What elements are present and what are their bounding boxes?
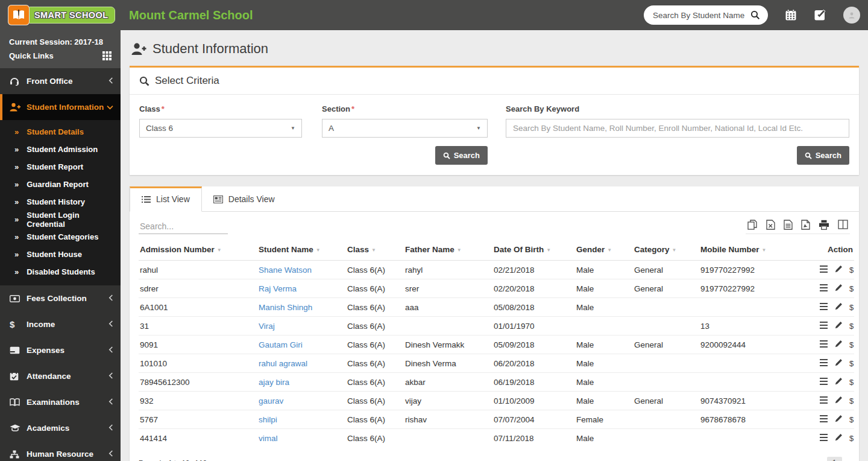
- fees-dollar-icon[interactable]: $: [849, 265, 854, 275]
- csv-icon[interactable]: [784, 220, 793, 230]
- next-page-arrow[interactable]: ›: [848, 459, 850, 461]
- edit-pencil-icon[interactable]: [835, 433, 843, 443]
- sidebar-item-front-office[interactable]: Front Office: [0, 68, 121, 94]
- sidebar-subitem-student-categories[interactable]: »Student Categories: [0, 228, 121, 246]
- sidebar-item-academics[interactable]: Academics: [0, 415, 121, 441]
- row-menu-icon[interactable]: [820, 303, 828, 312]
- fees-dollar-icon[interactable]: $: [849, 322, 854, 331]
- student-name-link[interactable]: Raj Verma: [259, 284, 297, 293]
- edit-pencil-icon[interactable]: [835, 377, 843, 387]
- student-name-cell[interactable]: ajay bira: [257, 373, 346, 392]
- edit-pencil-icon[interactable]: [835, 340, 843, 349]
- excel-icon[interactable]: [766, 220, 775, 230]
- row-menu-icon[interactable]: [820, 396, 828, 405]
- sidebar-subitem-student-history[interactable]: »Student History: [0, 193, 121, 211]
- sidebar-item-human-resource[interactable]: Human Resource: [0, 441, 121, 461]
- prev-page-arrow[interactable]: ‹: [819, 459, 821, 461]
- tab-details-view[interactable]: Details View: [202, 186, 286, 211]
- sidebar-item-student-information[interactable]: Student Information: [0, 94, 121, 120]
- row-menu-icon[interactable]: [820, 265, 828, 275]
- column-header-date-of-birth[interactable]: Date Of Birth▼: [492, 238, 575, 261]
- topbar-search[interactable]: [644, 5, 768, 25]
- student-name-cell[interactable]: Gautam Giri: [257, 335, 346, 354]
- tab-list-view[interactable]: List View: [130, 186, 202, 212]
- row-menu-icon[interactable]: [820, 415, 828, 424]
- row-menu-icon[interactable]: [820, 359, 828, 368]
- fees-dollar-icon[interactable]: $: [849, 340, 854, 349]
- column-header-gender[interactable]: Gender▼: [575, 238, 633, 261]
- fees-dollar-icon[interactable]: $: [849, 434, 854, 443]
- edit-pencil-icon[interactable]: [835, 302, 843, 312]
- sidebar-subitem-student-login-credential[interactable]: »Student Login Credential: [0, 211, 121, 228]
- page-number[interactable]: 1: [827, 457, 842, 461]
- edit-pencil-icon[interactable]: [835, 321, 843, 331]
- student-name-cell[interactable]: Manish Shingh: [257, 298, 346, 317]
- section-select[interactable]: A ▼: [322, 119, 488, 138]
- keyword-input[interactable]: [506, 119, 849, 138]
- student-name-link[interactable]: vimal: [259, 434, 278, 443]
- sidebar-subitem-disabled-students[interactable]: »Disabled Students: [0, 263, 121, 281]
- column-header-mobile-number[interactable]: Mobile Number▼: [699, 238, 812, 261]
- student-name-link[interactable]: Gautam Giri: [259, 340, 303, 349]
- student-name-link[interactable]: ajay bira: [259, 378, 289, 387]
- calendar-icon[interactable]: [785, 9, 797, 21]
- sidebar-subitem-student-details[interactable]: »Student Details: [0, 123, 121, 141]
- keyword-search-button[interactable]: Search: [797, 146, 849, 165]
- row-menu-icon[interactable]: [820, 434, 828, 443]
- column-header-class[interactable]: Class▼: [346, 238, 404, 261]
- edit-pencil-icon[interactable]: [835, 358, 843, 368]
- student-name-cell[interactable]: vimal: [257, 429, 346, 448]
- row-menu-icon[interactable]: [820, 340, 828, 349]
- grid-icon[interactable]: [102, 51, 112, 60]
- row-menu-icon[interactable]: [820, 378, 828, 387]
- sidebar-subitem-student-admission[interactable]: »Student Admission: [0, 141, 121, 158]
- column-header-admission-number[interactable]: Admission Number▼: [139, 238, 257, 261]
- search-icon[interactable]: [750, 10, 760, 20]
- student-name-cell[interactable]: rahul agrawal: [257, 354, 346, 373]
- student-name-cell[interactable]: Raj Verma: [257, 279, 346, 298]
- quick-links[interactable]: Quick Links: [9, 50, 112, 62]
- student-name-cell[interactable]: Viraj: [257, 317, 346, 335]
- column-header-category[interactable]: Category▼: [633, 238, 699, 261]
- student-name-link[interactable]: Viraj: [259, 322, 275, 331]
- student-name-cell[interactable]: shilpi: [257, 410, 346, 429]
- edit-pencil-icon[interactable]: [835, 284, 843, 293]
- column-header-father-name[interactable]: Father Name▼: [404, 238, 492, 261]
- sidebar-subitem-student-house[interactable]: »Student House: [0, 246, 121, 263]
- student-name-link[interactable]: shilpi: [259, 415, 277, 424]
- fees-dollar-icon[interactable]: $: [849, 359, 854, 368]
- class-section-search-button[interactable]: Search: [435, 146, 488, 165]
- student-name-cell[interactable]: gaurav: [257, 392, 346, 410]
- topbar-search-input[interactable]: [652, 10, 750, 21]
- class-select[interactable]: Class 6 ▼: [139, 119, 302, 138]
- student-name-link[interactable]: Manish Shingh: [259, 303, 312, 312]
- fees-dollar-icon[interactable]: $: [849, 378, 854, 387]
- user-avatar[interactable]: [843, 7, 860, 24]
- edit-pencil-icon[interactable]: [835, 415, 843, 424]
- table-search-input[interactable]: [139, 219, 228, 234]
- edit-pencil-icon[interactable]: [835, 396, 843, 405]
- tasks-icon[interactable]: [814, 9, 826, 21]
- fees-dollar-icon[interactable]: $: [849, 284, 854, 293]
- columns-icon[interactable]: [838, 220, 848, 230]
- fees-dollar-icon[interactable]: $: [849, 303, 854, 312]
- student-name-link[interactable]: gaurav: [259, 396, 283, 405]
- edit-pencil-icon[interactable]: [835, 265, 843, 275]
- sidebar-subitem-guardian-report[interactable]: »Guardian Report: [0, 176, 121, 193]
- print-icon[interactable]: [819, 220, 829, 230]
- sidebar-item-examinations[interactable]: Examinations: [0, 389, 121, 415]
- sidebar-item-attendance[interactable]: Attendance: [0, 363, 121, 389]
- student-name-cell[interactable]: Shane Watson: [257, 261, 346, 279]
- row-menu-icon[interactable]: [820, 284, 828, 293]
- copy-icon[interactable]: [747, 220, 758, 230]
- app-logo[interactable]: SMART SCHOOL: [0, 0, 121, 30]
- column-header-student-name[interactable]: Student Name▼: [257, 238, 346, 261]
- pdf-icon[interactable]: [801, 220, 810, 230]
- sidebar-item-fees-collection[interactable]: Fees Collection: [0, 285, 121, 311]
- sidebar-item-expenses[interactable]: Expenses: [0, 337, 121, 363]
- sidebar-subitem-student-report[interactable]: »Student Report: [0, 158, 121, 176]
- student-name-link[interactable]: rahul agrawal: [259, 359, 307, 368]
- fees-dollar-icon[interactable]: $: [849, 396, 854, 405]
- row-menu-icon[interactable]: [820, 322, 828, 331]
- fees-dollar-icon[interactable]: $: [849, 415, 854, 424]
